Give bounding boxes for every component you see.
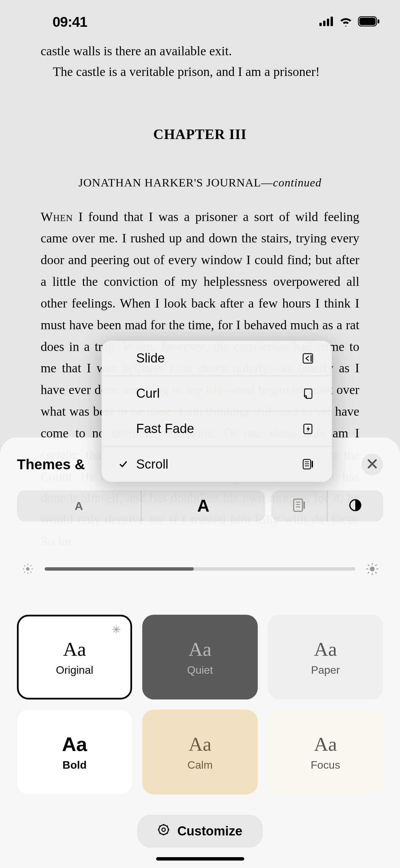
checkmark-icon	[119, 460, 128, 469]
svg-line-30	[368, 572, 369, 573]
theme-calm[interactable]: AaCalm	[142, 710, 257, 794]
home-indicator[interactable]	[156, 857, 244, 861]
popup-item-slide[interactable]: Slide	[102, 341, 332, 376]
star-icon: ✳	[112, 623, 121, 636]
close-icon	[367, 459, 377, 470]
theme-sample: Aa	[189, 733, 212, 755]
svg-point-32	[162, 828, 165, 831]
svg-line-18	[24, 565, 25, 566]
journal-subheading: JONATHAN HARKER'S JOURNAL—continued	[41, 176, 359, 189]
scroll-icon	[301, 457, 315, 471]
svg-rect-42	[311, 355, 312, 362]
fastfade-icon	[301, 422, 315, 436]
customize-button[interactable]: Customize	[137, 815, 262, 848]
svg-line-38	[167, 833, 168, 834]
svg-rect-1	[323, 21, 325, 26]
theme-sample: Aa	[314, 638, 337, 660]
svg-line-29	[375, 565, 377, 566]
status-icons	[319, 16, 380, 28]
popup-item-scroll[interactable]: Scroll	[102, 447, 332, 482]
svg-line-39	[167, 826, 168, 827]
svg-rect-0	[319, 23, 322, 26]
sheet-title: Themes &	[17, 456, 85, 473]
theme-focus[interactable]: AaFocus	[268, 710, 383, 794]
wifi-icon	[339, 16, 353, 28]
svg-line-37	[160, 826, 161, 827]
font-larger-button[interactable]: A	[142, 490, 266, 521]
customize-label: Customize	[177, 824, 242, 839]
theme-label: Quiet	[187, 664, 213, 676]
theme-sample: Aa	[62, 733, 87, 755]
svg-line-19	[30, 572, 31, 573]
status-bar: 09:41	[0, 0, 400, 41]
theme-label: Paper	[311, 664, 340, 676]
popup-item-label: Fast Fade	[136, 421, 194, 436]
svg-rect-11	[303, 501, 305, 509]
close-button[interactable]	[361, 454, 383, 475]
theme-paper[interactable]: AaPaper	[268, 615, 383, 699]
svg-rect-48	[312, 461, 313, 468]
svg-rect-2	[327, 19, 329, 26]
theme-quiet[interactable]: AaQuiet	[142, 615, 257, 699]
gear-icon	[157, 824, 170, 839]
theme-sample: Aa	[63, 638, 86, 660]
appearance-mode-button[interactable]	[328, 490, 383, 521]
theme-original[interactable]: ✳AaOriginal	[17, 615, 132, 699]
svg-line-27	[368, 565, 369, 566]
popup-item-curl[interactable]: Curl	[102, 376, 332, 411]
svg-line-40	[160, 833, 161, 834]
popup-item-label: Slide	[136, 351, 165, 366]
reader-text: castle walls is there an available exit.	[41, 41, 359, 61]
popup-item-label: Curl	[136, 386, 160, 401]
curl-icon	[301, 387, 315, 401]
theme-label: Calm	[187, 759, 213, 771]
page-icon	[293, 498, 306, 514]
brightness-slider[interactable]	[45, 567, 355, 571]
svg-rect-7	[294, 499, 302, 511]
svg-line-20	[30, 565, 31, 566]
theme-label: Focus	[311, 759, 340, 771]
battery-icon	[358, 16, 380, 28]
popup-item-label: Scroll	[136, 457, 168, 472]
sun-bright-icon	[365, 562, 379, 576]
theme-sample: Aa	[314, 733, 337, 755]
slide-icon	[301, 351, 315, 366]
reader-text: The castle is a veritable prison, and I …	[41, 61, 359, 82]
popup-item-fastfade[interactable]: Fast Fade	[102, 411, 332, 447]
page-turn-popup: SlideCurlFast FadeScroll	[102, 341, 332, 482]
theme-bold[interactable]: AaBold	[17, 710, 132, 794]
themes-sheet: Themes & A A	[0, 437, 400, 868]
svg-line-21	[24, 572, 25, 573]
svg-rect-6	[378, 19, 379, 23]
svg-rect-3	[331, 17, 333, 26]
theme-label: Bold	[63, 759, 87, 771]
svg-rect-5	[359, 18, 376, 25]
brightness-slider-row	[17, 562, 383, 576]
svg-point-22	[370, 567, 375, 571]
themes-grid: ✳AaOriginalAaQuietAaPaperAaBoldAaCalmAaF…	[17, 615, 383, 794]
font-smaller-button[interactable]: A	[17, 490, 142, 521]
page-turn-mode-button[interactable]	[271, 490, 328, 521]
svg-line-28	[375, 572, 377, 573]
contrast-icon	[349, 498, 362, 513]
font-size-row: A A	[17, 490, 383, 521]
chapter-heading: CHAPTER III	[41, 126, 359, 142]
status-time: 09:41	[52, 14, 87, 30]
cellular-icon	[319, 17, 334, 27]
svg-point-13	[26, 567, 29, 571]
sun-dim-icon	[21, 562, 35, 576]
theme-label: Original	[56, 664, 93, 676]
theme-sample: Aa	[189, 638, 212, 660]
